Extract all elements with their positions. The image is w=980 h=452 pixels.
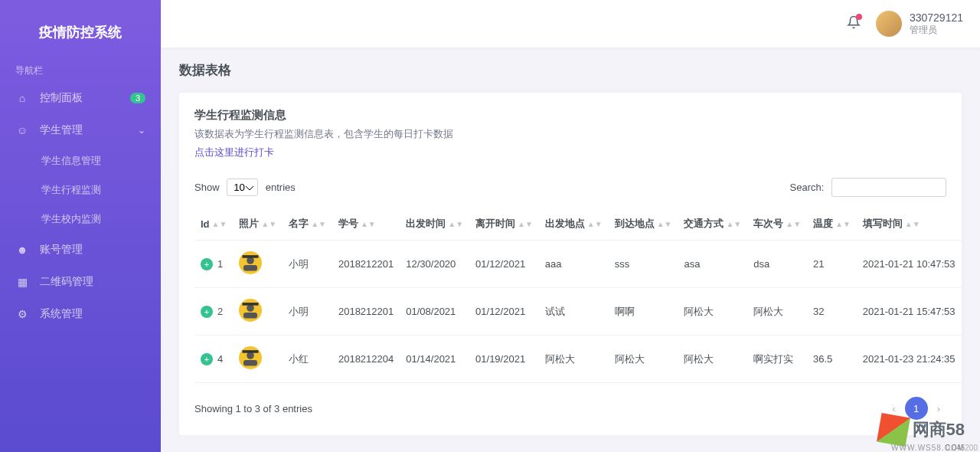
table-footer: Showing 1 to 3 of 3 entries ‹ 1 › — [194, 397, 946, 420]
sort-icon: ▲▼ — [311, 222, 326, 227]
sidebar-label: 系统管理 — [40, 307, 145, 321]
cell-time: 2021-01-23 21:24:35 — [857, 336, 962, 383]
cell-id: 2 — [217, 306, 223, 317]
sort-icon: ▲▼ — [448, 222, 463, 227]
sort-icon: ▲▼ — [587, 222, 603, 227]
cell-time: 2021-01-21 15:47:53 — [857, 288, 962, 336]
sidebar-sub-student-info[interactable]: 学生信息管理 — [0, 146, 161, 175]
col-sid[interactable]: 学号▲▼ — [332, 208, 400, 241]
render-timestamp: 0.045200 — [946, 444, 978, 452]
search-label: Search: — [790, 182, 825, 193]
col-id[interactable]: Id▲▼ — [194, 208, 233, 241]
cell-name: 小明 — [283, 288, 332, 336]
cell-temp: 32 — [807, 288, 857, 336]
table-header: Id▲▼ 照片▲▼ 名字▲▼ 学号▲▼ 出发时间▲▼ 离开时间▲▼ 出发地点▲▼… — [194, 208, 962, 241]
cell-mode: 阿松大 — [678, 336, 747, 383]
sort-icon: ▲▼ — [657, 222, 672, 227]
sidebar: 疫情防控系统 导航栏 ⌂ 控制面板 3 ☺ 学生管理 ⌄ 学生信息管理 学生行程… — [0, 0, 161, 452]
sidebar-item-student[interactable]: ☺ 学生管理 ⌄ — [0, 114, 161, 146]
cell-leave: 01/12/2021 — [469, 288, 539, 336]
sidebar-badge: 3 — [130, 93, 145, 103]
user-meta: 330729121 管理员 — [910, 11, 963, 35]
chevron-down-icon: ⌄ — [138, 125, 145, 136]
sidebar-label: 账号管理 — [40, 243, 145, 257]
watermark-text: 网商58 — [913, 418, 965, 441]
col-temp[interactable]: 温度▲▼ — [807, 208, 857, 241]
col-train[interactable]: 车次号▲▼ — [747, 208, 807, 241]
sidebar-sub-student-campus[interactable]: 学生校内监测 — [0, 205, 161, 234]
sidebar-item-account[interactable]: ☻ 账号管理 — [0, 234, 161, 266]
cell-train: dsa — [747, 241, 807, 288]
users-icon: ☺ — [15, 124, 29, 136]
cell-time: 2021-01-21 10:47:53 — [857, 241, 962, 288]
notification-dot — [856, 14, 862, 20]
col-time[interactable]: 填写时间▲▼ — [857, 208, 962, 241]
cell-mode: asa — [678, 241, 747, 288]
dashboard-icon: ⌂ — [15, 92, 29, 104]
entries-picker: Show 10 entries — [194, 179, 296, 196]
card-subtitle: 该数据表为学生行程监测信息表，包含学生的每日打卡数据 — [194, 127, 946, 141]
sidebar-item-qrcode[interactable]: ▦ 二维码管理 — [0, 266, 161, 298]
cell-depart: 12/30/2020 — [400, 241, 469, 288]
sidebar-item-system[interactable]: ⚙ 系统管理 — [0, 298, 161, 330]
data-table: Id▲▼ 照片▲▼ 名字▲▼ 学号▲▼ 出发时间▲▼ 离开时间▲▼ 出发地点▲▼… — [194, 208, 962, 383]
col-photo[interactable]: 照片▲▼ — [233, 208, 283, 241]
cell-train: 啊实打实 — [747, 336, 807, 383]
topbar: 330729121 管理员 — [161, 0, 980, 47]
checkin-link[interactable]: 点击这里进行打卡 — [194, 146, 274, 159]
col-mode[interactable]: 交通方式▲▼ — [678, 208, 747, 241]
cell-temp: 21 — [807, 241, 857, 288]
user-role: 管理员 — [910, 25, 963, 35]
sidebar-label: 控制面板 — [40, 91, 130, 105]
avatar — [876, 11, 902, 37]
col-depart[interactable]: 出发时间▲▼ — [400, 208, 469, 241]
user-id: 330729121 — [910, 11, 963, 25]
cell-from: aaa — [539, 241, 609, 288]
user-menu[interactable]: 330729121 管理员 — [876, 11, 963, 37]
cell-to: 啊啊 — [609, 288, 678, 336]
search-wrap: Search: — [790, 178, 946, 197]
app-title: 疫情防控系统 — [0, 15, 161, 57]
col-to[interactable]: 到达地点▲▼ — [609, 208, 678, 241]
sort-icon: ▲▼ — [518, 222, 533, 227]
cell-name: 小明 — [283, 241, 332, 288]
cell-to: sss — [609, 241, 678, 288]
sort-icon: ▲▼ — [726, 222, 741, 227]
row-avatar — [239, 299, 262, 322]
expand-button[interactable]: + — [201, 258, 213, 270]
cell-sid: 2018212201 — [332, 288, 400, 336]
cell-mode: 阿松大 — [678, 288, 747, 336]
entries-select[interactable]: 10 — [227, 179, 258, 196]
expand-button[interactable]: + — [201, 353, 213, 365]
col-leave[interactable]: 离开时间▲▼ — [469, 208, 539, 241]
sort-icon: ▲▼ — [212, 222, 227, 227]
cell-name: 小红 — [283, 336, 332, 383]
sidebar-label: 学生管理 — [40, 123, 138, 137]
sort-icon: ▲▼ — [361, 222, 376, 227]
expand-button[interactable]: + — [201, 306, 213, 318]
cell-from: 试试 — [539, 288, 609, 336]
sort-icon: ▲▼ — [835, 222, 851, 227]
main: 数据表格 学生行程监测信息 该数据表为学生行程监测信息表，包含学生的每日打卡数据… — [161, 0, 980, 452]
row-avatar — [239, 346, 262, 369]
cell-to: 阿松大 — [609, 336, 678, 383]
qrcode-icon: ▦ — [15, 276, 29, 288]
cell-depart: 01/14/2021 — [400, 336, 469, 383]
sidebar-item-dashboard[interactable]: ⌂ 控制面板 3 — [0, 82, 161, 114]
cell-id: 1 — [217, 258, 223, 270]
row-avatar — [239, 251, 262, 274]
notification-button[interactable] — [847, 15, 861, 33]
card: 学生行程监测信息 该数据表为学生行程监测信息表，包含学生的每日打卡数据 点击这里… — [179, 93, 962, 435]
card-title: 学生行程监测信息 — [194, 108, 946, 123]
cell-from: 阿松大 — [539, 336, 609, 383]
cell-id: 4 — [217, 353, 223, 365]
watermark: 网商58 — [879, 415, 965, 444]
col-name[interactable]: 名字▲▼ — [283, 208, 332, 241]
cell-leave: 01/12/2021 — [469, 241, 539, 288]
entries-label: entries — [266, 182, 296, 193]
table-row: +1 小明 2018212201 12/30/2020 01/12/2021 a… — [194, 241, 962, 288]
sidebar-sub-student-travel[interactable]: 学生行程监测 — [0, 175, 161, 205]
col-from[interactable]: 出发地点▲▼ — [539, 208, 609, 241]
search-input[interactable] — [831, 178, 946, 197]
sort-icon: ▲▼ — [261, 222, 276, 227]
